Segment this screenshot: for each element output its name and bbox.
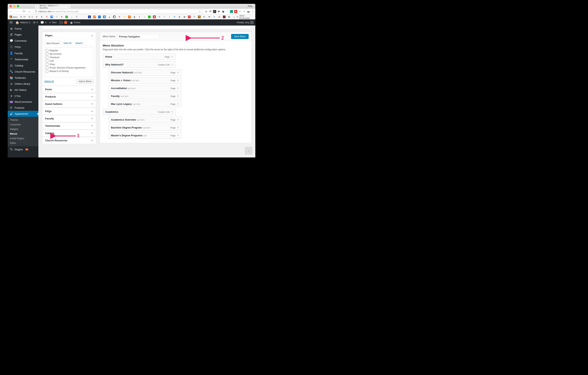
page-checkbox-item[interactable]: Master's of Divinity <box>46 70 93 73</box>
forms-link[interactable]: ◉Forms <box>70 21 80 24</box>
accordion-toggle[interactable]: Guest Authors▼ <box>42 101 96 107</box>
sidebar-sub-widgets[interactable]: Widgets <box>8 127 38 131</box>
comments[interactable]: 💬0 <box>40 21 46 24</box>
menu-structure-item[interactable]: HomePage▼ <box>103 54 176 60</box>
expand-item-icon[interactable]: ▼ <box>171 56 173 58</box>
menu-icon[interactable]: ⋮ <box>251 10 254 13</box>
close-window-button[interactable] <box>10 5 12 7</box>
updates[interactable]: ⟳4 <box>33 21 38 24</box>
page-checkbox-item[interactable]: My Account <box>46 52 93 56</box>
ext-icon[interactable]: ♥ <box>234 10 237 13</box>
bookmark-item[interactable]: ✺ <box>60 15 63 18</box>
tab-view-all[interactable]: View All <box>62 41 73 46</box>
sidebar-sub-menus[interactable]: Menus <box>8 131 38 136</box>
other-bookmarks[interactable]: 🗀Other Bookmarks <box>236 14 254 19</box>
menu-structure-item[interactable]: Mac Lynn Legacysub itemPage▼ <box>108 101 181 107</box>
bookmark-item[interactable]: UF <box>93 15 96 18</box>
bookmark-item[interactable]: f <box>162 15 166 18</box>
reload-button[interactable]: ⟳ <box>22 10 26 13</box>
sidebar-item-church[interactable]: 🔧Church Resources <box>8 69 38 75</box>
expand-item-icon[interactable]: ▼ <box>171 111 173 113</box>
sidebar-item-faqs[interactable]: ⓘFAQs <box>8 44 38 50</box>
tab-search[interactable]: Search <box>73 41 84 46</box>
ext-icon[interactable]: ▦ <box>221 10 225 13</box>
checkbox[interactable] <box>46 66 48 69</box>
menu-structure-item[interactable]: Discover NationsUsub itemPage▼ <box>108 69 181 76</box>
sidebar-item-forms[interactable]: ◉Forms <box>8 26 38 32</box>
sidebar-sub-customize[interactable]: Customize <box>8 122 38 127</box>
pages-checkbox-list[interactable]: RegisterMy AccountCheckoutCartShopPrison… <box>44 47 94 77</box>
new-content[interactable]: +New <box>49 21 56 24</box>
sidebar-item-appearance[interactable]: 🖌Appearance <box>8 111 38 117</box>
sidebar-item-products[interactable]: 🛒Products <box>8 105 38 111</box>
accordion-toggle[interactable]: FAQs▼ <box>42 108 96 115</box>
minimize-window-button[interactable] <box>13 5 16 7</box>
bookmark-item[interactable]: ▦ <box>103 15 106 18</box>
bookmark-item[interactable]: ◼ <box>152 15 156 18</box>
bookmark-item[interactable]: ⬤ <box>113 15 116 18</box>
bookmark-item[interactable]: I <box>142 15 146 18</box>
accordion-toggle[interactable]: Posts▼ <box>42 86 96 93</box>
bookmark-item[interactable]: O <box>97 15 101 18</box>
bookmark-item[interactable]: K <box>197 15 201 18</box>
menu-structure-item[interactable]: Bachelor Degree Programsub itemPage▼ <box>108 124 181 131</box>
ext-icon[interactable]: ▫ <box>230 10 233 13</box>
bookmark-item[interactable]: ✖ <box>117 15 121 18</box>
sidebar-item-videos[interactable]: ▶NU Videos <box>8 87 38 93</box>
sidebar-item-catalog[interactable]: ▤Catalog <box>8 62 38 69</box>
checkbox[interactable] <box>46 56 48 59</box>
page-checkbox-item[interactable]: Cart <box>46 59 93 63</box>
add-to-menu-button[interactable]: Add to Menu <box>77 79 94 84</box>
checkbox[interactable] <box>46 49 48 52</box>
menu-structure-item[interactable]: Facultysub itemPage▼ <box>108 93 181 99</box>
bookmark-item[interactable]: ◼ <box>222 15 226 18</box>
bookmark-item[interactable]: G <box>192 15 196 18</box>
bookmark-item[interactable]: 🗎+I <box>27 15 34 18</box>
menu-structure-item[interactable]: Mission + Visionsub itemPage▼ <box>108 77 181 84</box>
accordion-toggle[interactable]: Pages▲ <box>42 32 96 39</box>
select-all-link[interactable]: Select All <box>44 80 54 83</box>
home-button[interactable]: ⌂ <box>28 10 31 13</box>
sidebar-item-testimonials[interactable]: ❝Testimonials <box>8 56 38 62</box>
browser-tab[interactable]: Menus ‹ Nations U — WordPre × <box>35 4 71 9</box>
accordion-toggle[interactable]: Testimonials▼ <box>42 122 96 129</box>
bookmark-item[interactable]: ⧩ <box>172 15 176 18</box>
menu-structure-item[interactable]: Master's Degree ProgramssubPage▼ <box>108 132 181 139</box>
bookmark-item[interactable]: M <box>45 15 49 18</box>
checkbox[interactable] <box>46 53 48 55</box>
apps-button[interactable]: Apps <box>9 15 18 18</box>
sidebar-sub-editor[interactable]: Editor <box>8 141 38 145</box>
checkbox[interactable] <box>46 70 48 73</box>
ext-icon[interactable]: f? <box>209 10 212 13</box>
menu-structure-item[interactable]: Accreditationsub itemPage▼ <box>108 85 181 91</box>
ext-icon[interactable]: ␥ <box>213 10 216 13</box>
ext-icon[interactable]: ✦ <box>238 10 242 13</box>
page-checkbox-item[interactable]: Register <box>46 49 93 52</box>
bookmark-item[interactable]: ✳ <box>123 15 126 18</box>
expand-item-icon[interactable]: ▼ <box>177 103 179 105</box>
accordion-toggle[interactable]: Faculty▼ <box>42 115 96 122</box>
menu-structure-item[interactable]: Academics Overviewsub itemPage▼ <box>108 117 181 123</box>
bookmark-item[interactable]: 🗎+P <box>19 15 26 18</box>
ext-icon[interactable]: ✚ <box>217 10 220 13</box>
scroll-top-button[interactable]: ‹ <box>245 147 252 155</box>
accordion-toggle[interactable]: Church Resources▼ <box>42 137 96 144</box>
sidebar-item-woocommerce[interactable]: woWooCommerce <box>8 99 38 105</box>
sidebar-item-plugins[interactable]: 🔌Plugins4 <box>8 146 38 152</box>
profile-name[interactable]: Amy <box>246 5 253 8</box>
ext-icon[interactable]: ▾ <box>243 10 246 13</box>
bookmark-item[interactable]: in <box>187 15 191 18</box>
sidebar-sub-themes[interactable]: Themes <box>8 118 38 122</box>
expand-item-icon[interactable]: ▼ <box>177 119 179 121</box>
sidebar-item-comments[interactable]: 💬Comments <box>8 38 38 44</box>
expand-item-icon[interactable]: ▼ <box>171 64 173 66</box>
sidebar-item-faculty[interactable]: 👤Faculty <box>8 50 38 56</box>
page-checkbox-item[interactable]: Shop <box>46 63 93 66</box>
sidebar-item-ctas[interactable]: ★CTAs <box>8 93 38 99</box>
site-name[interactable]: 🏠Nations U <box>15 21 30 24</box>
page-checkbox-item[interactable]: Prison Services Proctor Agreement <box>46 66 93 70</box>
bookmark-item[interactable]: ▲ <box>70 15 74 18</box>
bookmark-item[interactable]: 🛍 <box>202 15 206 18</box>
bookmark-item[interactable]: ⟳ <box>212 15 216 18</box>
save-menu-button[interactable]: Save Menu <box>231 34 249 39</box>
